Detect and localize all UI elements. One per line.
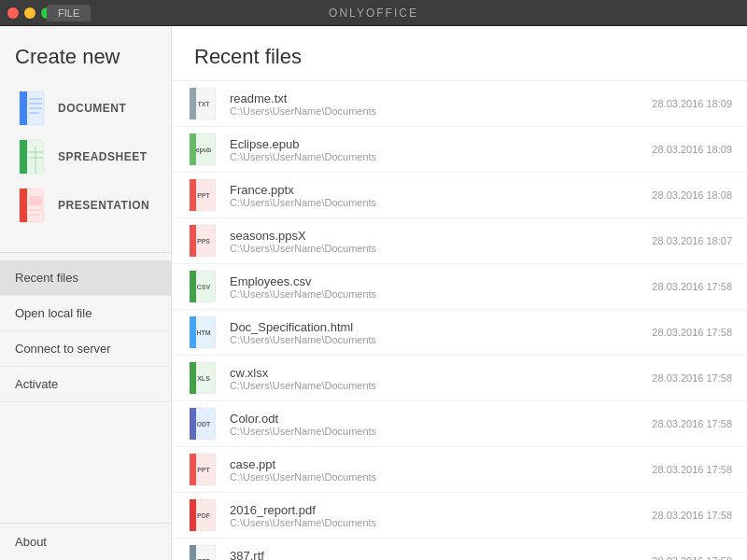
svg-rect-57: [190, 499, 196, 531]
recent-files-title: Recent files: [172, 26, 747, 81]
file-type-icon: XLS: [187, 361, 220, 395]
file-info: 2016_report.pdf C:\Users\UserName\Docume…: [230, 503, 642, 528]
svg-rect-49: [190, 408, 196, 440]
file-type-icon: PPS: [187, 224, 220, 258]
file-info: case.ppt C:\Users\UserName\Documents: [230, 457, 642, 483]
document-icon: [19, 91, 49, 126]
svg-rect-61: [190, 545, 196, 560]
file-info: 387.rtf C:\Users\UserName\Documents: [230, 549, 642, 561]
file-info: Employees.csv C:\Users\UserName\Document…: [230, 274, 642, 300]
file-type-icon: PPT: [187, 178, 220, 212]
file-path: C:\Users\UserName\Documents: [230, 105, 642, 117]
list-item[interactable]: TXT readme.txt C:\Users\UserName\Documen…: [172, 81, 747, 127]
file-path: C:\Users\UserName\Documents: [230, 517, 642, 528]
list-item[interactable]: RTF 387.rtf C:\Users\UserName\Documents …: [172, 539, 747, 560]
svg-rect-37: [190, 271, 196, 302]
app-container: Create new DOCUMENT: [0, 26, 747, 560]
file-name: Eclipse.epub: [230, 137, 642, 151]
file-tab[interactable]: FILE: [47, 5, 91, 21]
sidebar-nav: Recent files Open local file Connect to …: [0, 260, 171, 402]
file-path: C:\Users\UserName\Documents: [230, 334, 642, 345]
file-name: cw.xlsx: [230, 366, 642, 380]
file-date: 28.03.2016 17:58: [652, 418, 732, 429]
file-type-icon: TXT: [187, 87, 220, 120]
file-info: France.pptx C:\Users\UserName\Documents: [230, 183, 642, 208]
svg-text:PPT: PPT: [197, 467, 210, 473]
presentation-label: PRESENTATION: [58, 199, 149, 212]
file-name: Color.odt: [230, 412, 642, 426]
spreadsheet-label: SPREADSHEET: [58, 150, 148, 163]
file-info: cw.xlsx C:\Users\UserName\Documents: [230, 366, 642, 391]
files-list: TXT readme.txt C:\Users\UserName\Documen…: [172, 81, 747, 560]
sidebar-item-connect-server[interactable]: Connect to server: [0, 331, 171, 367]
file-date: 28.03.2016 17:58: [652, 555, 732, 560]
svg-text:CSV: CSV: [197, 284, 211, 290]
file-name: Doc_Specification.html: [230, 320, 642, 334]
sidebar-item-recent-files[interactable]: Recent files: [0, 260, 171, 296]
list-item[interactable]: PDF 2016_report.pdf C:\Users\UserName\Do…: [172, 493, 747, 539]
file-name: 2016_report.pdf: [230, 503, 642, 517]
file-name: seasons.ppsX: [230, 229, 642, 243]
svg-rect-53: [190, 454, 196, 485]
svg-text:ODT: ODT: [197, 421, 212, 427]
file-date: 28.03.2016 18:08: [652, 189, 732, 201]
svg-rect-45: [190, 362, 196, 394]
create-new-title: Create new: [15, 45, 156, 69]
file-date: 28.03.2016 18:09: [652, 98, 732, 109]
file-date: 28.03.2016 17:58: [652, 464, 732, 475]
file-date: 28.03.2016 17:58: [652, 372, 732, 384]
spreadsheet-icon: [19, 139, 49, 175]
list-item[interactable]: PPT case.ppt C:\Users\UserName\Documents…: [172, 447, 747, 493]
create-spreadsheet-button[interactable]: SPREADSHEET: [15, 133, 156, 181]
file-type-icon: RTF: [187, 544, 220, 560]
list-item[interactable]: CSV Employees.csv C:\Users\UserName\Docu…: [172, 264, 747, 310]
sidebar-top: Create new DOCUMENT: [0, 26, 171, 245]
create-document-button[interactable]: DOCUMENT: [15, 84, 156, 133]
file-info: readme.txt C:\Users\UserName\Documents: [230, 91, 642, 117]
list-item[interactable]: PPS seasons.ppsX C:\Users\UserName\Docum…: [172, 218, 747, 264]
file-name: case.ppt: [230, 457, 642, 471]
create-presentation-button[interactable]: PRESENTATION: [15, 181, 156, 230]
file-date: 28.03.2016 18:07: [652, 235, 732, 246]
file-type-icon: CSV: [187, 270, 220, 303]
svg-text:PDF: PDF: [197, 512, 211, 519]
file-path: C:\Users\UserName\Documents: [230, 426, 642, 437]
svg-text:XLS: XLS: [197, 375, 210, 382]
file-path: C:\Users\UserName\Documents: [230, 197, 642, 208]
list-item[interactable]: HTM Doc_Specification.html C:\Users\User…: [172, 310, 747, 356]
file-type-icon: HTM: [187, 315, 220, 349]
svg-rect-21: [190, 88, 196, 119]
list-item[interactable]: XLS cw.xlsx C:\Users\UserName\Documents …: [172, 356, 747, 401]
presentation-icon: [19, 188, 49, 223]
svg-rect-29: [190, 179, 196, 211]
file-type-icon: ODT: [187, 407, 220, 441]
svg-text:TXT: TXT: [197, 101, 210, 107]
sidebar-item-open-local[interactable]: Open local file: [0, 296, 171, 331]
file-path: C:\Users\UserName\Documents: [230, 471, 642, 483]
title-bar: FILE ONLYOFFICE: [0, 0, 747, 26]
file-date: 28.03.2016 18:09: [652, 144, 732, 155]
list-item[interactable]: ODT Color.odt C:\Users\UserName\Document…: [172, 401, 747, 447]
svg-text:epub: epub: [196, 147, 212, 154]
file-type-icon: PDF: [187, 498, 220, 532]
file-date: 28.03.2016 17:58: [652, 327, 732, 338]
sidebar-item-activate[interactable]: Activate: [0, 367, 171, 402]
file-path: C:\Users\UserName\Documents: [230, 151, 642, 162]
svg-text:PPT: PPT: [197, 192, 210, 199]
close-button[interactable]: [7, 7, 19, 19]
sidebar-divider: [0, 252, 171, 253]
app-title: ONLYOFFICE: [329, 7, 418, 20]
file-name: France.pptx: [230, 183, 642, 197]
list-item[interactable]: PPT France.pptx C:\Users\UserName\Docume…: [172, 173, 747, 218]
file-info: Doc_Specification.html C:\Users\UserName…: [230, 320, 642, 345]
svg-rect-33: [190, 225, 196, 257]
svg-rect-9: [20, 140, 27, 174]
file-name: Employees.csv: [230, 274, 642, 288]
file-name: readme.txt: [230, 91, 642, 105]
svg-rect-16: [29, 196, 42, 205]
about-button[interactable]: About: [0, 523, 171, 560]
sidebar: Create new DOCUMENT: [0, 26, 172, 560]
minimize-button[interactable]: [24, 7, 35, 19]
file-type-icon: PPT: [187, 453, 220, 486]
list-item[interactable]: epub Eclipse.epub C:\Users\UserName\Docu…: [172, 127, 747, 173]
